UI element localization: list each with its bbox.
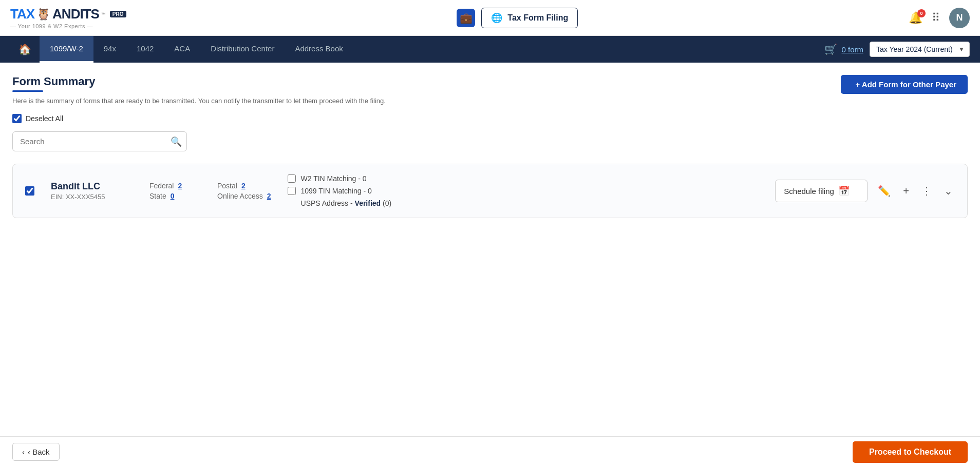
trademark-badge: ™ [101, 12, 106, 17]
nav-label-addressbook: Address Book [295, 44, 343, 53]
globe-icon: 🌐 [491, 12, 502, 24]
state-count-row: State 0 [149, 192, 201, 200]
deselect-all-label[interactable]: Deselect All [26, 114, 63, 123]
header-right: 🔔 0 ⠿ N [909, 8, 970, 28]
form-summary-header: Form Summary Here is the summary of form… [12, 75, 968, 105]
schedule-filing-button[interactable]: Schedule filing 📅 [775, 180, 868, 202]
payer-card: Bandit LLC EIN: XX-XXX5455 Federal 2 Sta… [12, 164, 968, 218]
nav-home-button[interactable]: 🏠 [10, 36, 40, 63]
state-count[interactable]: 0 [171, 192, 175, 200]
nav-item-1099w2[interactable]: 1099/W-2 [40, 36, 93, 63]
back-arrow-icon: ‹ [22, 447, 25, 456]
postal-count[interactable]: 2 [241, 182, 246, 190]
nav-label-aca: ACA [174, 44, 190, 53]
search-icon: 🔍 [171, 137, 182, 147]
cart-count[interactable]: 0 form [841, 45, 863, 54]
payer-ein: EIN: XX-XXX5455 [51, 193, 133, 201]
payer-checkbox[interactable] [25, 186, 34, 196]
edit-button[interactable]: ✏️ [876, 183, 893, 199]
nav-item-1042[interactable]: 1042 [126, 36, 164, 63]
form-summary-title-area: Form Summary Here is the summary of form… [12, 75, 386, 105]
payer-info: Bandit LLC EIN: XX-XXX5455 [51, 181, 133, 201]
filing-counts: Federal 2 State 0 [149, 182, 201, 200]
cart-icon: 🛒 [824, 43, 837, 55]
page-subtitle: Here is the summary of forms that are re… [12, 97, 386, 105]
pro-badge: PRO [110, 11, 126, 17]
payer-name: Bandit LLC [51, 181, 133, 192]
state-label: State [149, 192, 166, 200]
tin1099-row: 1099 TIN Matching - 0 [288, 187, 401, 195]
user-avatar-button[interactable]: N [949, 8, 970, 28]
add-form-other-payer-button[interactable]: + Add Form for Other Payer [841, 75, 968, 94]
usps-count: (0) [383, 199, 391, 207]
nav-item-aca[interactable]: ACA [164, 36, 200, 63]
deselect-all-checkbox[interactable] [12, 114, 22, 123]
nav-label-distribution: Distribution Center [211, 44, 274, 53]
plus-icon: + [903, 185, 909, 197]
grid-menu-button[interactable]: ⠿ [932, 11, 940, 25]
online-count[interactable]: 2 [267, 192, 271, 200]
expand-button[interactable]: ⌄ [942, 183, 955, 199]
briefcase-icon: 💼 [460, 12, 473, 24]
payer-checkbox-area [25, 186, 34, 196]
ellipsis-icon: ⋮ [921, 185, 932, 197]
logo-subtitle: — Your 1099 & W2 Experts — [10, 23, 93, 29]
nav-label-94x: 94x [104, 44, 116, 53]
tax-form-filing-button[interactable]: 🌐 Tax Form Filing [481, 8, 578, 28]
nav-item-94x[interactable]: 94x [93, 36, 126, 63]
back-button[interactable]: ‹ ‹ Back [12, 443, 60, 461]
online-label: Online Access [217, 192, 263, 200]
search-button[interactable]: 🔍 [171, 136, 182, 147]
tax-year-selector-wrapper: Tax Year 2024 (Current) Tax Year 2023 Ta… [870, 42, 970, 57]
tax-form-filing-label: Tax Form Filing [507, 13, 568, 23]
header: TAX 🦉 ANDITS ™ PRO — Your 1099 & W2 Expe… [0, 0, 980, 36]
pencil-icon: ✏️ [878, 185, 891, 197]
home-icon: 🏠 [18, 43, 31, 55]
federal-label: Federal [149, 182, 174, 190]
usps-row: USPS Address - Verified (0) [301, 199, 401, 207]
grid-icon: ⠿ [932, 11, 940, 24]
payer-actions: Schedule filing 📅 ✏️ + ⋮ ⌄ [775, 180, 955, 202]
w2-tin-row: W2 TIN Matching - 0 [288, 174, 401, 183]
postal-label: Postal [217, 182, 237, 190]
calendar-icon: 📅 [838, 185, 850, 197]
notification-badge: 0 [917, 9, 926, 17]
notification-button[interactable]: 🔔 0 [909, 11, 922, 25]
main-nav: 🏠 1099/W-2 94x 1042 ACA Distribution Cen… [0, 36, 980, 63]
add-button[interactable]: + [901, 183, 911, 199]
logo-tax: TAX [10, 6, 34, 22]
postal-online-counts: Postal 2 Online Access 2 [217, 182, 271, 200]
back-label: ‹ Back [28, 447, 50, 456]
tin1099-checkbox[interactable] [288, 187, 296, 195]
nav-label-1042: 1042 [137, 44, 154, 53]
search-input[interactable] [12, 131, 187, 151]
federal-count-row: Federal 2 [149, 182, 201, 190]
deselect-area: Deselect All [12, 114, 968, 123]
nav-item-distribution[interactable]: Distribution Center [200, 36, 285, 63]
avatar-letter: N [956, 12, 963, 23]
federal-count[interactable]: 2 [178, 182, 182, 190]
tin1099-label: 1099 TIN Matching - 0 [301, 187, 372, 195]
add-form-label: + Add Form for Other Payer [855, 80, 956, 89]
usps-label: USPS Address - [301, 199, 353, 207]
logo-bandits: ANDITS [52, 6, 99, 22]
usps-status: Verified [355, 199, 381, 207]
logo-owl-icon: 🦉 [36, 8, 50, 21]
w2-tin-label: W2 TIN Matching - 0 [301, 174, 367, 183]
nav-label-1099w2: 1099/W-2 [50, 44, 83, 53]
page-title: Form Summary [12, 75, 386, 95]
proceed-label: Proceed to Checkout [869, 447, 951, 456]
tin-matching-area: W2 TIN Matching - 0 1099 TIN Matching - … [288, 174, 401, 207]
online-count-row: Online Access 2 [217, 192, 271, 200]
header-center: 💼 🌐 Tax Form Filing [135, 8, 900, 28]
tax-year-select[interactable]: Tax Year 2024 (Current) Tax Year 2023 Ta… [870, 42, 970, 57]
w2-tin-checkbox[interactable] [288, 174, 296, 183]
main-content: Form Summary Here is the summary of form… [0, 63, 980, 467]
proceed-to-checkout-button[interactable]: Proceed to Checkout [853, 441, 968, 463]
chevron-down-icon: ⌄ [944, 185, 953, 197]
more-options-button[interactable]: ⋮ [919, 183, 934, 199]
footer: ‹ ‹ Back Proceed to Checkout [0, 436, 980, 467]
cart-area[interactable]: 🛒 0 form [818, 43, 870, 55]
nav-item-addressbook[interactable]: Address Book [285, 36, 353, 63]
tax-form-icon-box: 💼 [457, 9, 475, 27]
